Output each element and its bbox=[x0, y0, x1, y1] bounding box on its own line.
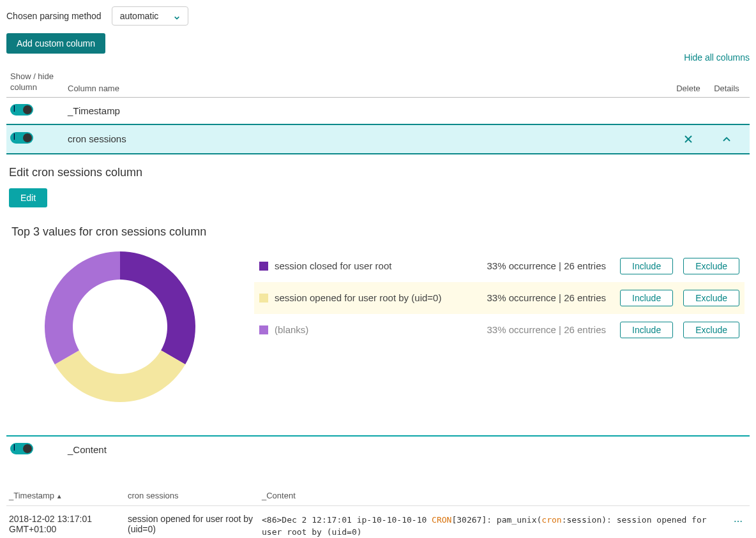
add-custom-column-button[interactable]: Add custom column bbox=[6, 33, 105, 54]
data-header-timestamp[interactable]: _Timestamp ▲ bbox=[6, 491, 128, 500]
exclude-button[interactable]: Exclude bbox=[683, 258, 739, 274]
column-toggle[interactable]: | bbox=[10, 104, 33, 116]
top-value-row: (blanks)33% occurrence | 26 entriesInclu… bbox=[254, 314, 745, 346]
column-toggle-content[interactable]: | bbox=[10, 443, 33, 454]
svg-point-4 bbox=[741, 521, 742, 522]
donut-chart bbox=[43, 250, 197, 403]
cell-cron: session opened for user root by (uid=0) bbox=[128, 514, 262, 534]
column-toggle[interactable]: | bbox=[10, 132, 33, 144]
top-value-stats: 33% occurrence | 26 entries bbox=[465, 324, 606, 335]
data-header-cron[interactable]: cron sessions bbox=[128, 491, 262, 500]
exclude-button[interactable]: Exclude bbox=[683, 322, 739, 338]
column-name: cron sessions bbox=[68, 133, 669, 144]
color-swatch bbox=[259, 262, 268, 271]
parsing-method-label: Chosen parsing method bbox=[6, 11, 102, 21]
edit-section-title: Edit cron sessions column bbox=[9, 166, 747, 179]
include-button[interactable]: Include bbox=[620, 258, 673, 274]
column-row: |cron sessions bbox=[6, 124, 750, 154]
sort-asc-icon: ▲ bbox=[54, 493, 63, 500]
more-icon[interactable] bbox=[730, 514, 746, 529]
exclude-button[interactable]: Exclude bbox=[683, 290, 739, 306]
include-button[interactable]: Include bbox=[620, 290, 673, 306]
chevron-down-icon bbox=[174, 13, 180, 19]
chevron-up-icon[interactable] bbox=[719, 131, 734, 147]
color-swatch bbox=[259, 294, 268, 303]
hide-all-columns-link[interactable]: Hide all columns bbox=[684, 52, 750, 63]
col-header-name: Column name bbox=[68, 84, 669, 93]
delete-icon[interactable] bbox=[681, 131, 696, 147]
top-value-label: session opened for user root by (uid=0) bbox=[275, 292, 459, 303]
top-value-row: session closed for user root33% occurren… bbox=[254, 250, 745, 282]
col-header-showhide: Show / hide column bbox=[10, 71, 68, 93]
donut-slice bbox=[120, 251, 195, 364]
cell-content: <86>Dec 2 12:17:01 ip-10-10-10-10 CRON[3… bbox=[262, 514, 730, 538]
cell-timestamp: 2018-12-02 13:17:01 GMT+01:00 bbox=[6, 514, 128, 534]
top-value-row: session opened for user root by (uid=0)3… bbox=[254, 282, 745, 314]
svg-point-2 bbox=[734, 521, 736, 522]
top3-title: Top 3 values for cron sessions column bbox=[11, 225, 747, 239]
col-header-details: Details bbox=[707, 84, 746, 93]
col-header-delete: Delete bbox=[669, 84, 707, 93]
edit-button[interactable]: Edit bbox=[9, 188, 47, 207]
svg-point-3 bbox=[737, 521, 739, 522]
column-name: _Timestamp bbox=[68, 105, 669, 116]
donut-slice bbox=[45, 251, 120, 364]
top-value-stats: 33% occurrence | 26 entries bbox=[465, 260, 606, 271]
parsing-method-select[interactable]: automatic bbox=[112, 6, 189, 26]
parsing-method-value: automatic bbox=[120, 11, 159, 21]
include-button[interactable]: Include bbox=[620, 322, 673, 338]
column-name-content: _Content bbox=[68, 444, 107, 455]
data-row: 2018-12-02 13:17:01 GMT+01:00 session op… bbox=[6, 506, 750, 538]
top-value-stats: 33% occurrence | 26 entries bbox=[465, 292, 606, 303]
color-swatch bbox=[259, 325, 268, 334]
data-header-content[interactable]: _Content bbox=[262, 491, 730, 500]
top-value-label: (blanks) bbox=[275, 324, 459, 335]
column-row: |_Timestamp bbox=[6, 98, 750, 124]
top-value-label: session closed for user root bbox=[275, 260, 459, 271]
donut-slice bbox=[55, 350, 185, 402]
